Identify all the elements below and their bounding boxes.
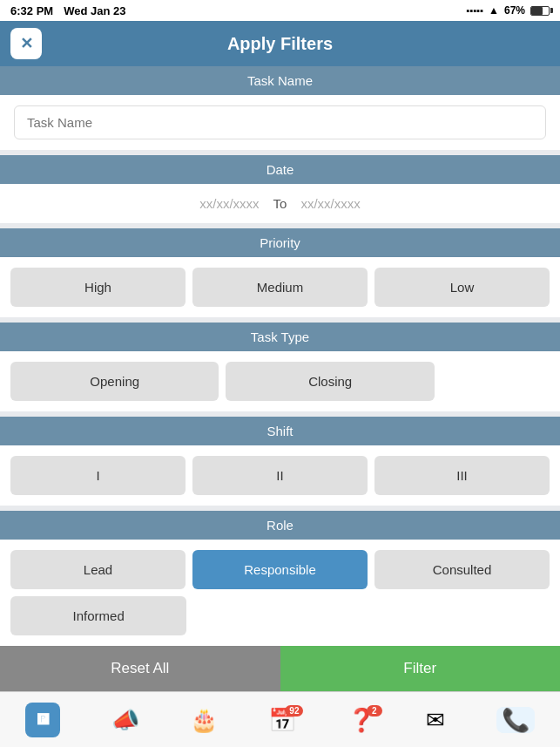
shift-3-btn[interactable]: III	[374, 456, 550, 495]
role-responsible-btn[interactable]: Responsible	[192, 550, 368, 589]
date-to-field[interactable]: xx/xx/xxxx	[300, 196, 360, 211]
status-time: 6:32 PM	[10, 4, 53, 17]
help-badge: 2	[367, 705, 382, 716]
birthdays-nav[interactable]: 🎂	[190, 709, 218, 731]
shift-2-btn[interactable]: II	[192, 456, 368, 495]
role-informed-btn[interactable]: Informed	[10, 596, 186, 635]
status-date: Wed Jan 23	[64, 4, 125, 17]
planet-logo: 🅿	[25, 703, 60, 737]
task-name-header: Task Name	[0, 66, 560, 95]
task-name-input[interactable]	[14, 105, 546, 139]
bottom-nav: 🅿 📣 🎂 92 📅 2 ❓ ✉ 📞	[0, 691, 560, 747]
priority-medium-btn[interactable]: Medium	[192, 268, 368, 307]
filter-button[interactable]: Filter	[280, 646, 561, 691]
date-header: Date	[0, 155, 560, 184]
role-lead-btn[interactable]: Lead	[10, 550, 186, 589]
messages-nav[interactable]: ✉	[426, 709, 445, 731]
task-name-section	[0, 95, 560, 150]
priority-high-btn[interactable]: High	[10, 268, 186, 307]
role-consulted-btn[interactable]: Consulted	[374, 550, 550, 589]
battery-icon	[530, 6, 550, 16]
task-type-closing-btn[interactable]: Closing	[226, 362, 434, 401]
calendar-nav[interactable]: 92 📅	[268, 709, 296, 731]
close-icon: ✕	[20, 34, 33, 53]
planet-icon: 🅿	[37, 713, 49, 726]
date-section: xx/xx/xxxx To xx/xx/xxxx	[0, 184, 560, 223]
shift-header: Shift	[0, 417, 560, 445]
planet-nav[interactable]: 🅿	[25, 703, 60, 737]
priority-section: High Medium Low	[0, 257, 560, 317]
signal-icon: ▪▪▪▪▪	[467, 5, 484, 16]
main-scroll: Task Name Date xx/xx/xxxx To xx/xx/xxxx …	[0, 66, 560, 649]
shift-section: I II III	[0, 445, 560, 506]
status-bar: 6:32 PM Wed Jan 23 ▪▪▪▪▪ ▲ 67%	[0, 0, 560, 21]
announcements-icon: 📣	[111, 709, 139, 731]
task-type-opening-btn[interactable]: Opening	[10, 362, 219, 401]
role-section: Lead Responsible Consulted Informed	[0, 540, 560, 646]
role-spacer	[193, 596, 550, 635]
task-type-header: Task Type	[0, 323, 560, 351]
date-to-label: To	[273, 196, 287, 211]
page-title: Apply Filters	[42, 34, 518, 54]
task-type-spacer	[442, 362, 550, 401]
wifi-icon: ▲	[489, 4, 499, 17]
battery-label: 67%	[504, 4, 525, 17]
shift-1-btn[interactable]: I	[10, 456, 186, 495]
phone-nav[interactable]: 📞	[496, 707, 535, 733]
role-header: Role	[0, 511, 560, 540]
close-button[interactable]: ✕	[10, 28, 42, 59]
phone-icon: 📞	[496, 707, 535, 733]
announcements-nav[interactable]: 📣	[111, 709, 139, 731]
priority-low-btn[interactable]: Low	[374, 268, 550, 307]
messages-icon: ✉	[426, 709, 445, 731]
date-from[interactable]: xx/xx/xxxx	[199, 196, 259, 211]
help-nav[interactable]: 2 ❓	[347, 709, 375, 731]
task-type-section: Opening Closing	[0, 351, 560, 411]
footer-actions: Reset All Filter	[0, 646, 560, 691]
calendar-badge: 92	[285, 705, 303, 716]
reset-all-button[interactable]: Reset All	[0, 646, 280, 691]
birthdays-icon: 🎂	[190, 709, 218, 731]
priority-header: Priority	[0, 228, 560, 257]
app-header: ✕ Apply Filters	[0, 21, 560, 66]
